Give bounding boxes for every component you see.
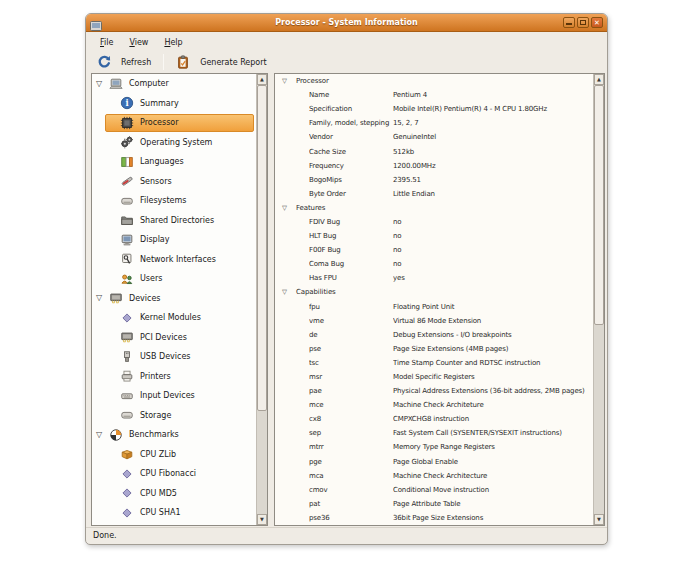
detail-row-tsc[interactable]: tscTime Stamp Counter and RDTSC instruct…	[275, 356, 593, 370]
expander-icon[interactable]: ▽	[282, 78, 296, 85]
expander-icon[interactable]: ▽	[282, 205, 296, 212]
sidebar-item-shared-directories[interactable]: Shared Directories	[92, 211, 256, 231]
sidebar-item-filesystems[interactable]: Filesystems	[92, 191, 256, 211]
detail-row-pge[interactable]: pgePage Global Enable	[275, 455, 593, 469]
detail-row-name[interactable]: NamePentium 4	[275, 88, 593, 102]
detail-row-vme[interactable]: vmeVirtual 86 Mode Extension	[275, 314, 593, 328]
detail-row-fdiv-bug[interactable]: FDIV Bugno	[275, 215, 593, 229]
expander-icon[interactable]: ▽	[96, 431, 109, 439]
sidebar-item-users[interactable]: Users	[92, 269, 256, 289]
detail-row-cmov[interactable]: cmovConditional Move instruction	[275, 483, 593, 497]
section-header-features[interactable]: ▽Features	[275, 201, 593, 215]
sidebar-item-cpu-fibonacci[interactable]: CPU Fibonacci	[92, 464, 256, 484]
sidebar-item-processor[interactable]: Processor	[92, 113, 256, 133]
sidebar-item-operating-system[interactable]: Operating System	[92, 133, 256, 153]
scrollbar-thumb[interactable]	[594, 85, 604, 325]
sidebar-item-network-interfaces[interactable]: Network Interfaces	[92, 250, 256, 270]
sidebar-item-languages[interactable]: Languages	[92, 152, 256, 172]
detail-row-frequency[interactable]: Frequency1200.00MHz	[275, 159, 593, 173]
section-header-capabilities[interactable]: ▽Capabilities	[275, 285, 593, 299]
sidebar-item-display[interactable]: Display	[92, 230, 256, 250]
section-title: Features	[296, 204, 325, 212]
detail-row-mtrr[interactable]: mtrrMemory Type Range Registers	[275, 440, 593, 454]
sidebar-item-cpu-zlib[interactable]: CPU ZLib	[92, 445, 256, 465]
maximize-button-icon[interactable]	[577, 17, 589, 28]
detail-row-pse[interactable]: psePage Size Extensions (4MB pages)	[275, 342, 593, 356]
scrollbar-trough[interactable]	[594, 85, 604, 514]
detail-row-coma-bug[interactable]: Coma Bugno	[275, 257, 593, 271]
expander-icon[interactable]: ▽	[282, 289, 296, 296]
sidebar-item-summary[interactable]: iSummary	[92, 94, 256, 114]
summary-icon: i	[120, 96, 134, 110]
cpu-zlib-icon	[120, 447, 134, 461]
system-information-window: Processor - System Information File View…	[85, 13, 608, 545]
detail-key: msr	[309, 373, 393, 381]
detail-row-byte-order[interactable]: Byte OrderLittle Endian	[275, 187, 593, 201]
refresh-button[interactable]: Refresh	[92, 53, 156, 71]
scroll-up-icon[interactable]: ▲	[257, 74, 267, 85]
sidebar-item-sensors[interactable]: Sensors	[92, 172, 256, 192]
sidebar-item-pci-devices[interactable]: PCI Devices	[92, 328, 256, 348]
section-header-processor[interactable]: ▽Processor	[275, 74, 593, 88]
detail-row-mce[interactable]: mceMachine Check Architeture	[275, 398, 593, 412]
detail-row-has-fpu[interactable]: Has FPUyes	[275, 271, 593, 285]
sidebar-item-kernel-modules[interactable]: Kernel Modules	[92, 308, 256, 328]
detail-key: HLT Bug	[309, 232, 393, 240]
sidebar-scrollbar: ▲ ▼	[256, 74, 267, 525]
menu-file[interactable]: File	[92, 36, 121, 49]
detail-key: Byte Order	[309, 190, 393, 198]
detail-row-fpu[interactable]: fpuFloating Point Unit	[275, 300, 593, 314]
detail-row-family-model-stepping[interactable]: Family, model, stepping15, 2, 7	[275, 116, 593, 130]
detail-row-msr[interactable]: msrModel Specific Registers	[275, 370, 593, 384]
scroll-down-icon[interactable]: ▼	[594, 514, 604, 525]
computer-icon	[109, 77, 123, 91]
menu-help[interactable]: Help	[156, 36, 190, 49]
sidebar-item-devices[interactable]: ▽Devices	[92, 289, 256, 309]
sidebar-item-benchmarks[interactable]: ▽Benchmarks	[92, 425, 256, 445]
detail-row-sep[interactable]: sepFast System Call (SYSENTER/SYSEXIT in…	[275, 426, 593, 440]
expander-icon[interactable]: ▽	[96, 294, 109, 302]
detail-key: Vendor	[309, 133, 393, 141]
menu-view[interactable]: View	[121, 36, 156, 49]
sidebar-item-label: Sensors	[140, 177, 172, 186]
detail-row-cache-size[interactable]: Cache Size512kb	[275, 144, 593, 158]
sidebar-item-input-devices[interactable]: Input Devices	[92, 386, 256, 406]
detail-key: Coma Bug	[309, 260, 393, 268]
close-button-icon[interactable]	[591, 17, 603, 28]
devices-icon	[109, 291, 123, 305]
users-icon	[120, 272, 134, 286]
expander-icon[interactable]: ▽	[96, 80, 109, 88]
sidebar-item-cpu-md5[interactable]: CPU MD5	[92, 484, 256, 504]
detail-row-hlt-bug[interactable]: HLT Bugno	[275, 229, 593, 243]
detail-key: de	[309, 331, 393, 339]
detail-row-pse36[interactable]: pse3636bit Page Size Extensions	[275, 511, 593, 525]
detail-row-bogomips[interactable]: BogoMips2395.51	[275, 173, 593, 187]
minimize-button-icon[interactable]	[563, 17, 575, 28]
detail-key: pge	[309, 458, 393, 466]
detail-row-specification[interactable]: SpecificationMobile Intel(R) Pentium(R) …	[275, 102, 593, 116]
scroll-down-icon[interactable]: ▼	[257, 514, 267, 525]
detail-row-vendor[interactable]: VendorGenuineIntel	[275, 130, 593, 144]
detail-row-pat[interactable]: patPage Attribute Table	[275, 497, 593, 511]
sidebar-item-printers[interactable]: Printers	[92, 367, 256, 387]
sidebar-item-cpu-sha1[interactable]: CPU SHA1	[92, 503, 256, 523]
scroll-up-icon[interactable]: ▲	[594, 74, 604, 85]
detail-key: cx8	[309, 415, 393, 423]
sidebar-item-label: Devices	[129, 294, 161, 303]
sidebar-item-usb-devices[interactable]: USB Devices	[92, 347, 256, 367]
diamond-icon	[120, 467, 134, 481]
sidebar-item-storage[interactable]: Storage	[92, 406, 256, 426]
detail-row-pae[interactable]: paePhysical Address Extensions (36-bit a…	[275, 384, 593, 398]
detail-row-cx8[interactable]: cx8CMPXCHG8 instruction	[275, 412, 593, 426]
detail-row-mca[interactable]: mcaMachine Check Architecture	[275, 469, 593, 483]
scrollbar-trough[interactable]	[257, 85, 267, 514]
detail-row-de[interactable]: deDebug Extensions - I/O breakpoints	[275, 328, 593, 342]
detail-key: Has FPU	[309, 274, 393, 282]
scrollbar-thumb[interactable]	[257, 85, 267, 411]
details-list: ▽ProcessorNamePentium 4SpecificationMobi…	[275, 74, 593, 525]
detail-key: BogoMips	[309, 176, 393, 184]
generate-report-button[interactable]: Generate Report	[171, 53, 271, 71]
sidebar-item-computer[interactable]: ▽Computer	[92, 74, 256, 94]
titlebar[interactable]: Processor - System Information	[86, 14, 607, 32]
detail-row-f00f-bug[interactable]: F00F Bugno	[275, 243, 593, 257]
